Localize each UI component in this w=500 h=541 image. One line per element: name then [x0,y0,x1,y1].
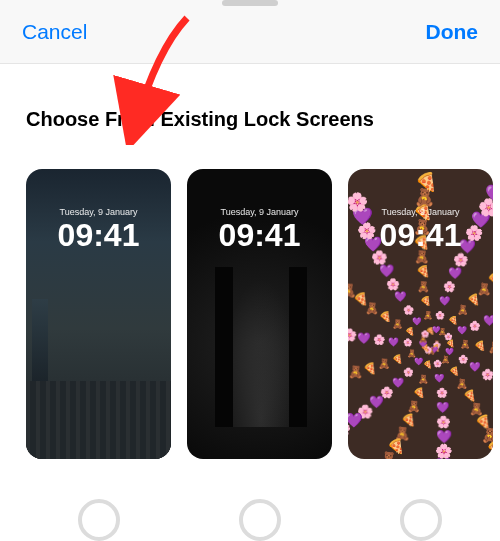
svg-text:🌸: 🌸 [403,366,414,378]
svg-text:🧸: 🧸 [392,318,404,330]
svg-text:🧸: 🧸 [417,280,430,293]
selection-radio-row [26,499,493,541]
svg-text:🍕: 🍕 [401,412,416,427]
svg-text:🌸: 🌸 [386,277,400,291]
lock-time: 09:41 [348,217,493,254]
svg-text:💜: 💜 [414,357,424,366]
svg-text:🌸: 🌸 [373,333,386,346]
lock-time: 09:41 [187,217,332,254]
svg-text:💜: 💜 [379,263,395,279]
svg-text:🧸: 🧸 [457,304,469,316]
svg-text:💜: 💜 [357,331,371,345]
svg-text:🌸: 🌸 [348,327,358,343]
cancel-button[interactable]: Cancel [22,20,87,44]
svg-text:🍕: 🍕 [423,360,433,369]
svg-text:🍕: 🍕 [420,295,432,307]
svg-text:🧸: 🧸 [407,348,417,358]
done-button[interactable]: Done [426,20,479,44]
svg-text:🧸: 🧸 [491,452,493,459]
svg-text:🧸: 🧸 [378,357,391,370]
svg-text:🧸: 🧸 [379,450,399,459]
svg-text:🍕: 🍕 [416,264,431,278]
svg-text:💜: 💜 [388,336,399,348]
svg-text:💜: 💜 [394,290,407,303]
select-radio-emoji[interactable] [400,499,442,541]
svg-text:🍕: 🍕 [392,353,403,365]
svg-text:💜: 💜 [434,456,453,459]
svg-text:🌸: 🌸 [433,359,443,368]
svg-text:💜: 💜 [469,361,481,373]
svg-text:🌸: 🌸 [469,320,481,332]
svg-text:🍕: 🍕 [363,361,377,375]
svg-text:🌸: 🌸 [435,310,445,320]
lock-date: Tuesday, 9 January [348,207,493,217]
svg-text:🌸: 🌸 [436,415,451,429]
svg-text:💜: 💜 [436,401,450,414]
svg-text:💜: 💜 [457,325,468,336]
svg-text:🌸: 🌸 [436,387,448,399]
svg-text:🧸: 🧸 [418,374,429,385]
svg-text:💜: 💜 [485,183,493,205]
svg-text:🍕: 🍕 [448,315,459,326]
lock-screen-option-dark[interactable]: Tuesday, 9 January 09:41 [187,169,332,459]
svg-text:💜: 💜 [439,295,451,307]
svg-text:🍕: 🍕 [413,387,426,399]
svg-text:🍕: 🍕 [487,271,493,287]
svg-text:🍕: 🍕 [379,310,392,323]
sheet-top-bar: Cancel Done [0,0,500,64]
lock-screens-row: Tuesday, 9 January 09:41 Tuesday, 9 Janu… [0,169,500,459]
svg-text:🧸: 🧸 [488,341,493,354]
svg-text:💜: 💜 [483,314,493,327]
svg-text:🍕: 🍕 [463,389,477,402]
svg-text:💜: 💜 [492,376,493,390]
svg-text:💜: 💜 [434,373,445,384]
svg-text:🧸: 🧸 [348,364,364,379]
svg-text:🌸: 🌸 [403,304,415,316]
svg-text:🧸: 🧸 [456,378,468,390]
lock-screen-option-city[interactable]: Tuesday, 9 January 09:41 [26,169,171,459]
lock-date: Tuesday, 9 January [26,207,171,217]
svg-text:🧸: 🧸 [407,399,421,413]
svg-text:💜: 💜 [412,316,422,326]
lock-date: Tuesday, 9 January [187,207,332,217]
svg-text:🍕: 🍕 [449,366,460,377]
svg-text:🌸: 🌸 [403,337,413,347]
svg-text:🧸: 🧸 [441,355,451,364]
svg-text:🌸: 🌸 [458,354,469,365]
lock-screen-option-emoji[interactable]: 🧸🌸🍕💜🧸🌸🍕💜🧸🌸🍕💜🧸🌸🍕💜🧸🌸🍕💜🧸🌸🍕💜🧸🌸🍕💜🧸🌸🍕💜🧸🌸🍕💜🧸🌸🍕💜… [348,169,493,459]
svg-text:🧸: 🧸 [460,339,471,350]
svg-text:🌸: 🌸 [453,252,469,268]
select-radio-city[interactable] [78,499,120,541]
grabber-handle[interactable] [222,0,278,6]
svg-text:🧸: 🧸 [423,310,433,320]
svg-text:🧸: 🧸 [348,282,357,299]
svg-text:🍕: 🍕 [405,326,415,336]
select-radio-dark[interactable] [239,499,281,541]
section-title: Choose From Existing Lock Screens [26,108,500,131]
svg-text:🍕: 🍕 [474,340,486,352]
svg-text:🌸: 🌸 [443,280,456,293]
svg-text:💜: 💜 [448,266,463,280]
svg-text:🍕: 🍕 [415,171,438,193]
svg-text:🌸: 🌸 [481,368,493,381]
svg-text:🍕: 🍕 [486,438,493,457]
lock-time: 09:41 [26,217,171,254]
